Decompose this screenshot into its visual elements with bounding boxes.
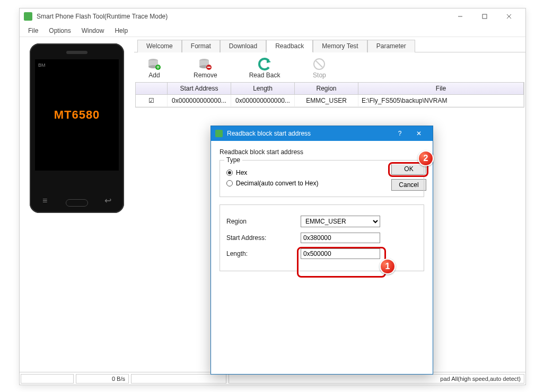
row-length: 0x000000000000... xyxy=(231,95,295,106)
row-file: E:\Fly_FS505\backup\NVRAM xyxy=(358,95,524,106)
col-region: Region xyxy=(295,83,358,94)
stop-icon xyxy=(312,58,327,70)
row-region: EMMC_USER xyxy=(295,95,358,106)
maximize-button[interactable] xyxy=(472,8,497,24)
svg-rect-1 xyxy=(482,14,487,19)
phone-home-icon xyxy=(66,199,88,207)
menu-help[interactable]: Help xyxy=(109,25,133,36)
tab-memory-test[interactable]: Memory Test xyxy=(313,40,367,52)
phone-screen: MT6580 xyxy=(35,59,119,171)
remove-label: Remove xyxy=(194,72,217,79)
radio-decimal-label: Decimal(auto convert to Hex) xyxy=(236,180,318,187)
titlebar: Smart Phone Flash Tool(Runtime Trace Mod… xyxy=(20,8,525,24)
database-add-icon: + xyxy=(147,58,162,70)
readback-button[interactable]: Read Back xyxy=(249,58,280,79)
dialog-help-button[interactable]: ? xyxy=(390,130,409,137)
phone-back-icon: ↩ xyxy=(104,195,111,206)
window-title: Smart Phone Flash Tool(Runtime Trace Mod… xyxy=(37,13,448,20)
svg-rect-13 xyxy=(207,67,210,68)
col-check xyxy=(136,83,168,94)
phone-chip-label: MT6580 xyxy=(54,108,100,122)
stop-button[interactable]: Stop xyxy=(312,58,327,79)
length-label: Length: xyxy=(226,250,301,257)
readback-arrow-icon xyxy=(257,58,272,70)
status-speed: 0 B/s xyxy=(76,374,129,384)
region-select[interactable]: EMMC_USER xyxy=(301,216,380,227)
row-start: 0x000000000000... xyxy=(168,95,231,106)
callout-badge-2: 2 xyxy=(418,150,434,166)
dialog-titlebar: Readback block start address ? ✕ xyxy=(211,126,433,141)
start-address-input[interactable] xyxy=(301,233,380,243)
table-row[interactable]: ☑ 0x000000000000... 0x000000000000... EM… xyxy=(136,95,524,107)
menu-options[interactable]: Options xyxy=(43,25,76,36)
phone-speaker-icon xyxy=(66,51,87,54)
region-label: Region xyxy=(226,218,301,225)
tab-format[interactable]: Format xyxy=(182,40,220,52)
status-cell-3 xyxy=(131,374,226,384)
readback-label: Read Back xyxy=(249,72,280,79)
phone-menu-icon: ≡ xyxy=(42,196,47,206)
stop-label: Stop xyxy=(313,72,326,79)
menubar: File Options Window Help xyxy=(20,24,525,37)
radio-hex-icon xyxy=(226,170,233,176)
left-panel: BM MT6580 ≡ ↩ xyxy=(20,37,134,372)
dialog-title: Readback block start address xyxy=(227,130,390,137)
row-checkbox[interactable]: ☑ xyxy=(136,95,168,106)
type-fieldset: Type Hex Decimal(auto convert to Hex) xyxy=(220,160,424,197)
toolbar: + Add Remove Read Back xyxy=(134,52,525,82)
dialog-heading: Readback block start address xyxy=(220,148,424,156)
col-file: File xyxy=(358,83,524,94)
tab-download[interactable]: Download xyxy=(220,40,266,52)
add-label: Add xyxy=(148,72,160,79)
database-remove-icon xyxy=(198,58,213,70)
close-button[interactable] xyxy=(497,8,521,24)
tab-parameter[interactable]: Parameter xyxy=(367,40,415,52)
readback-address-dialog: Readback block start address ? ✕ Readbac… xyxy=(210,126,433,375)
add-button[interactable]: + Add xyxy=(147,58,162,79)
radio-decimal-icon xyxy=(226,180,233,186)
app-icon xyxy=(24,12,32,21)
dialog-app-icon xyxy=(215,130,223,137)
start-address-label: Start Address: xyxy=(226,234,301,242)
readback-table: Start Address Length Region File ☑ 0x000… xyxy=(135,82,524,108)
tab-readback[interactable]: Readback xyxy=(266,40,313,52)
tab-welcome[interactable]: Welcome xyxy=(137,40,182,52)
svg-text:+: + xyxy=(156,64,160,70)
type-legend: Type xyxy=(224,156,242,164)
remove-button[interactable]: Remove xyxy=(194,58,217,79)
dialog-close-button[interactable]: ✕ xyxy=(409,130,428,137)
menu-file[interactable]: File xyxy=(23,25,43,36)
callout-badge-1: 1 xyxy=(380,259,396,274)
status-mode: pad All(high speed,auto detect) xyxy=(229,374,524,384)
svg-line-16 xyxy=(316,61,322,67)
menu-window[interactable]: Window xyxy=(76,25,110,36)
col-length: Length xyxy=(231,83,295,94)
col-start: Start Address xyxy=(168,83,231,94)
phone-brand: BM xyxy=(38,63,46,68)
radio-hex-label: Hex xyxy=(236,169,247,176)
phone-preview: BM MT6580 ≡ ↩ xyxy=(30,43,124,213)
length-input[interactable] xyxy=(301,248,380,259)
radio-hex[interactable]: Hex xyxy=(226,169,417,176)
tabs: Welcome Format Download Readback Memory … xyxy=(134,37,525,52)
minimize-button[interactable] xyxy=(448,8,472,24)
radio-decimal[interactable]: Decimal(auto convert to Hex) xyxy=(226,180,417,187)
status-progress xyxy=(21,374,74,384)
